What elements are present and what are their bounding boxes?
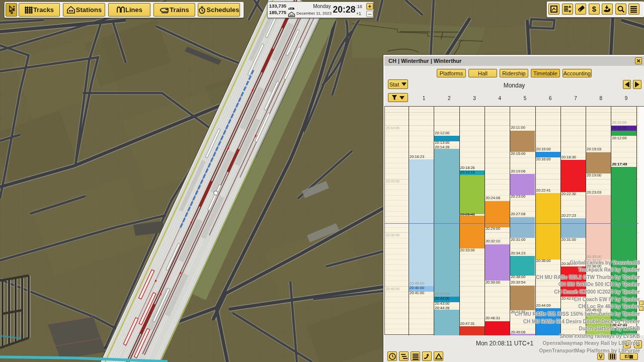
svg-text:$: $	[592, 5, 596, 13]
